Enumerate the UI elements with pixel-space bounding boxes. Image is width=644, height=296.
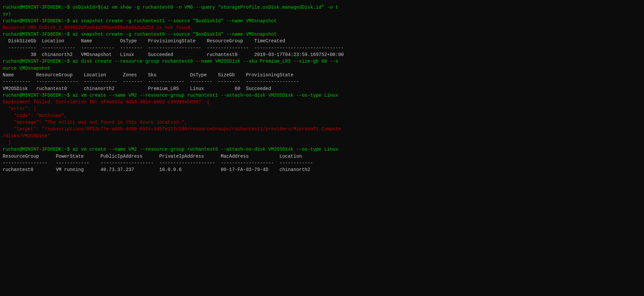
terminal-line: "code": "NotFound", bbox=[3, 112, 641, 119]
terminal-line: } bbox=[3, 139, 641, 146]
terminal-line: DiskSizeGb Location Name OsType Provisio… bbox=[3, 38, 641, 44]
terminal-line: ruchantest0 VM running 40.73.37.237 10.0… bbox=[3, 166, 641, 173]
terminal-line: ---------- ------------ ------------ ---… bbox=[3, 45, 641, 51]
terminal-line: ---------------- ------------ ----------… bbox=[3, 160, 641, 166]
terminal-line: "target": "/subscriptions/0f53c77e-a06b-… bbox=[3, 126, 641, 132]
terminal-line: VM2OSDisk ruchantest0 chinanorth2 Premiu… bbox=[3, 85, 641, 92]
terminal-line: ruchan@MININT-3FD8EDK:~$ az snapshot cre… bbox=[3, 18, 641, 24]
terminal-line: ruchan@MININT-3FD8EDK:~$ az disk create … bbox=[3, 58, 641, 65]
terminal-line: "message": "The entity was not found in … bbox=[3, 119, 641, 126]
terminal-line: ruchan@MININT-3FD8EDK:~$ az snapshot cre… bbox=[3, 31, 641, 38]
terminal-line: Deployment failed. Correlation ID: af4ee… bbox=[3, 99, 641, 105]
terminal-line: /disks/VM2OSDisk" bbox=[3, 133, 641, 139]
terminal-line: Resource VM0_OsDisk_1_969802dfae04439dae… bbox=[3, 24, 641, 31]
terminal-window: ruchan@MININT-3FD8EDK:~$ osDiskId=$(az v… bbox=[0, 3, 644, 174]
terminal-line: "error": { bbox=[3, 105, 641, 112]
terminal-line: ruchan@MININT-3FD8EDK:~$ az vm create --… bbox=[3, 146, 641, 153]
terminal-line: ruchan@MININT-3FD8EDK:~$ az vm create --… bbox=[3, 92, 641, 99]
terminal-line: ource VMOsnapshot bbox=[3, 65, 641, 72]
terminal-line: Name ResourceGroup Location Zones Sku Os… bbox=[3, 72, 641, 78]
terminal-line: ResourceGroup PowerState PublicIpAddress… bbox=[3, 153, 641, 160]
terminal-line: ruchan@MININT-3FD8EDK:~$ osDiskId=$(az v… bbox=[3, 4, 641, 11]
terminal-line: 30 chinanorth2 VMOsnapshot Linux Succeed… bbox=[3, 51, 641, 58]
terminal-line: sv) bbox=[3, 11, 641, 17]
terminal-line: ---------- --------------- ------------ … bbox=[3, 78, 641, 85]
